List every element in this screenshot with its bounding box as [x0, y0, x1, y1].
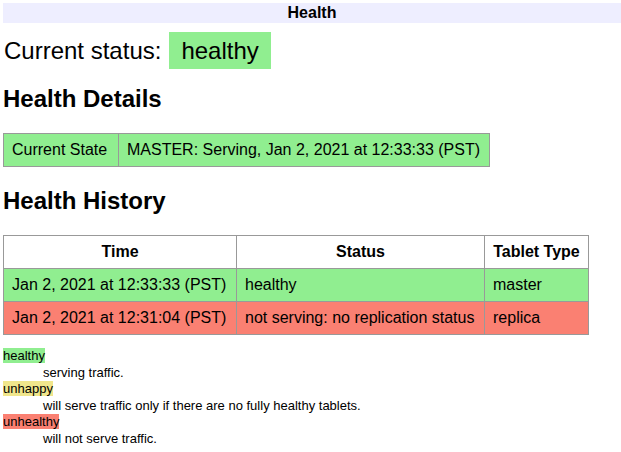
legend-description: serving traffic.	[43, 365, 621, 382]
current-state-label: Current State	[4, 134, 119, 167]
status-legend: healthy serving traffic. unhappy will se…	[3, 348, 621, 447]
legend-term-unhappy: unhappy	[3, 381, 53, 396]
current-status-label: Current status:	[4, 37, 161, 64]
current-state-value: MASTER: Serving, Jan 2, 2021 at 12:33:33…	[119, 134, 490, 167]
column-header-time: Time	[4, 236, 237, 269]
health-details-heading: Health Details	[3, 85, 621, 113]
history-row-tablet-type: master	[485, 269, 589, 302]
history-row-status: not serving: no replication status	[237, 302, 485, 335]
health-history-heading: Health History	[3, 187, 621, 215]
history-row: Jan 2, 2021 at 12:33:33 (PST) healthy ma…	[4, 269, 589, 302]
legend-description: will serve traffic only if there are no …	[43, 398, 621, 415]
current-status-value: healthy	[169, 32, 270, 69]
legend-term: unhappy	[3, 381, 621, 398]
column-header-status: Status	[237, 236, 485, 269]
current-state-row: Current State MASTER: Serving, Jan 2, 20…	[4, 134, 490, 167]
history-row-time: Jan 2, 2021 at 12:33:33 (PST)	[4, 269, 237, 302]
history-row-tablet-type: replica	[485, 302, 589, 335]
legend-term-unhealthy: unhealthy	[3, 414, 59, 429]
history-header-row: Time Status Tablet Type	[4, 236, 589, 269]
column-header-tablet-type: Tablet Type	[485, 236, 589, 269]
legend-description: will not serve traffic.	[43, 431, 621, 448]
health-details-table: Current State MASTER: Serving, Jan 2, 20…	[3, 133, 490, 167]
legend-term: unhealthy	[3, 414, 621, 431]
current-status-line: Current status:healthy	[4, 37, 621, 65]
history-row-status: healthy	[237, 269, 485, 302]
health-history-table: Time Status Tablet Type Jan 2, 2021 at 1…	[3, 235, 589, 335]
history-row: Jan 2, 2021 at 12:31:04 (PST) not servin…	[4, 302, 589, 335]
legend-term: healthy	[3, 348, 621, 365]
page-title: Health	[3, 3, 621, 23]
legend-term-healthy: healthy	[3, 348, 45, 363]
history-row-time: Jan 2, 2021 at 12:31:04 (PST)	[4, 302, 237, 335]
